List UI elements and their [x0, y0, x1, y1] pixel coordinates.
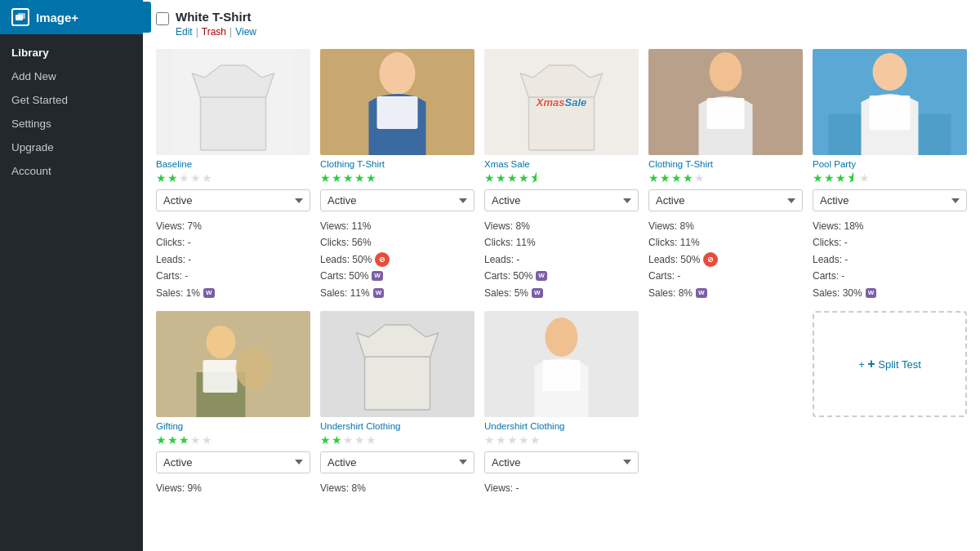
sidebar-item-get-started[interactable]: Get Started: [0, 88, 143, 112]
label-undershirt2: Undershirt Clothing: [484, 421, 639, 431]
status-select-gifting[interactable]: ActiveInactive: [156, 451, 310, 473]
star5: ★: [530, 433, 541, 447]
sidebar-brand[interactable]: Image+: [0, 0, 143, 34]
image-undershirt2[interactable]: [484, 311, 639, 417]
star5: ★: [202, 433, 212, 447]
status-select-pool[interactable]: ActiveInactive: [813, 189, 967, 211]
stat-sales: Sales: 1% W: [156, 285, 310, 301]
status-select-clothing2[interactable]: ActiveInactive: [648, 189, 803, 211]
star4: ★: [519, 171, 529, 184]
star5: ★: [366, 433, 376, 447]
stars-baseline: ★ ★ ★ ★ ★: [156, 171, 310, 184]
status-select-baseline[interactable]: ActiveInactive: [156, 189, 310, 211]
star1: ★: [156, 171, 167, 184]
split-test-label: + Split Test: [858, 357, 921, 371]
stat-sales: Sales: 5% W: [484, 285, 639, 301]
product-title-block: White T-Shirt Edit | Trash | View: [176, 10, 256, 38]
stars-xmas: ★ ★ ★ ★ ⯨: [484, 171, 639, 184]
stat-carts: Carts: 50% W: [484, 268, 639, 284]
status-select-clothing1[interactable]: ActiveInactive: [320, 189, 474, 211]
label-clothing1: Clothing T-Shirt: [320, 159, 474, 169]
stat-clicks: Clicks: 56%: [320, 234, 474, 251]
star2: ★: [824, 171, 835, 184]
woo-badge-sales: W: [373, 288, 385, 298]
svg-rect-24: [543, 360, 581, 391]
star3: ★: [671, 171, 682, 184]
view-link[interactable]: View: [235, 26, 256, 38]
stat-leads: Leads: 50% ⊘: [320, 251, 474, 268]
sep2: |: [229, 26, 232, 38]
status-select-xmas[interactable]: ActiveInactive: [484, 189, 639, 211]
star4: ★: [354, 433, 365, 447]
image-baseline[interactable]: [156, 49, 310, 155]
star2: ★: [496, 433, 506, 447]
woo-badge-sales: W: [696, 288, 707, 298]
image-undershirt1[interactable]: [320, 311, 474, 417]
star2: ★: [332, 433, 342, 447]
star4: ★: [683, 171, 693, 184]
svg-rect-21: [365, 357, 430, 410]
stats-undershirt2: Views: -: [484, 480, 639, 496]
image-clothing2[interactable]: [648, 49, 803, 155]
sidebar-item-settings[interactable]: Settings: [0, 112, 143, 136]
status-select-undershirt1[interactable]: ActiveInactive: [320, 451, 474, 473]
star2: ★: [167, 433, 178, 447]
stat-carts: Carts: -: [813, 268, 967, 284]
red-badge-leads: ⊘: [375, 252, 390, 267]
stat-clicks: Clicks: -: [813, 234, 967, 251]
star3: ★: [835, 171, 846, 184]
images-grid-row2: Gifting ★ ★ ★ ★ ★ ActiveInactive Views: …: [156, 311, 967, 496]
stat-views: Views: 11%: [320, 218, 474, 234]
split-test-button[interactable]: + Split Test: [813, 311, 967, 417]
woo-badge-sales: W: [866, 288, 877, 298]
edit-link[interactable]: Edit: [176, 26, 193, 38]
stars-clothing1: ★ ★ ★ ★ ★: [320, 171, 474, 184]
star1: ★: [320, 171, 331, 184]
sidebar-item-upgrade[interactable]: Upgrade: [0, 136, 143, 159]
sidebar-item-add-new[interactable]: Add New: [0, 64, 143, 88]
stat-leads: Leads: -: [156, 251, 310, 268]
star5: ★: [202, 171, 212, 184]
image-card-undershirt2: Undershirt Clothing ★ ★ ★ ★ ★ ActiveInac…: [484, 311, 639, 496]
star3: ★: [507, 171, 518, 184]
svg-rect-18: [203, 360, 238, 393]
sidebar-nav: Library Add New Get Started Settings Upg…: [0, 34, 143, 189]
label-xmas: Xmas Sale: [484, 159, 639, 169]
status-select-undershirt2[interactable]: ActiveInactive: [484, 451, 639, 473]
star1: ★: [156, 433, 167, 447]
image-clothing1[interactable]: [320, 49, 474, 155]
image-gifting[interactable]: [156, 311, 310, 417]
image-xmas[interactable]: XmasSale: [484, 49, 639, 155]
star4: ★: [519, 433, 529, 447]
image-pool[interactable]: [813, 49, 967, 155]
trash-link[interactable]: Trash: [202, 26, 226, 38]
star1: ★: [813, 171, 823, 184]
svg-rect-11: [707, 98, 745, 129]
star5: ★: [859, 171, 870, 184]
label-undershirt1: Undershirt Clothing: [320, 421, 474, 431]
stat-views: Views: 9%: [156, 480, 310, 496]
star1: ★: [484, 171, 495, 184]
product-title: White T-Shirt: [176, 10, 256, 24]
stars-gifting: ★ ★ ★ ★ ★: [156, 433, 310, 447]
stat-leads: Leads: -: [484, 251, 639, 268]
stat-carts: Carts: 50% W: [320, 268, 474, 284]
stat-leads: Leads: -: [813, 251, 967, 268]
stats-undershirt1: Views: 8%: [320, 480, 474, 496]
star2: ★: [496, 171, 506, 184]
stat-views: Views: 8%: [320, 480, 474, 496]
star3: ★: [343, 171, 354, 184]
svg-point-14: [873, 53, 907, 91]
product-actions: Edit | Trash | View: [176, 26, 256, 38]
star2: ★: [660, 171, 670, 184]
sidebar-item-account[interactable]: Account: [0, 159, 143, 183]
product-checkbox[interactable]: [156, 12, 169, 25]
sidebar-item-library[interactable]: Library: [0, 41, 143, 64]
stats-xmas: Views: 8% Clicks: 11% Leads: - Carts: 50…: [484, 218, 639, 301]
stats-pool: Views: 18% Clicks: - Leads: - Carts: - S…: [813, 218, 967, 301]
image-card-split-test: + Split Test: [813, 311, 967, 496]
stat-clicks: Clicks: -: [156, 234, 310, 251]
stars-undershirt2: ★ ★ ★ ★ ★: [484, 433, 639, 447]
star5: ★: [366, 171, 376, 184]
star1: ★: [320, 433, 331, 447]
